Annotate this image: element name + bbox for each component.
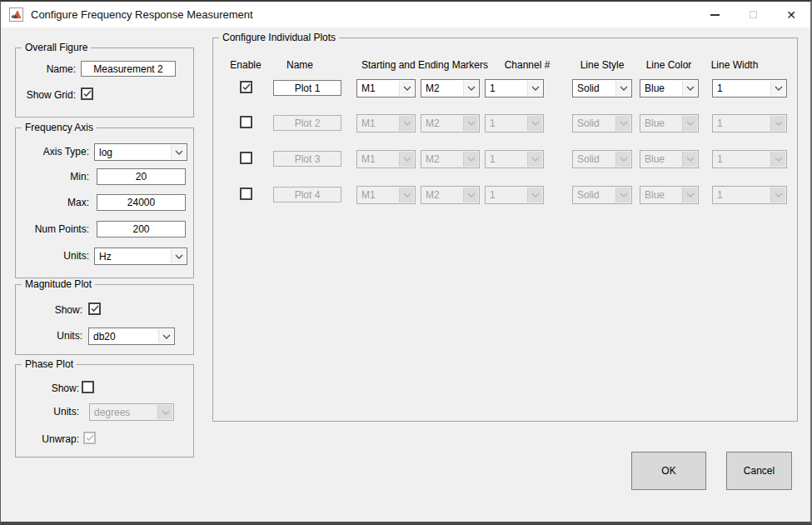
window-controls: ✕ xyxy=(695,2,810,28)
freq-units-label: Units: xyxy=(17,250,89,262)
chevron-down-icon xyxy=(157,405,172,419)
plot-row-4: M1 M2 1 Solid Blue xyxy=(213,186,797,206)
close-icon: ✕ xyxy=(786,9,796,21)
row1-line-width-dropdown[interactable]: 1 xyxy=(712,79,787,98)
maximize-button xyxy=(734,2,772,28)
minimize-button[interactable] xyxy=(695,2,734,28)
row4-line-color-dropdown: Blue xyxy=(640,186,699,204)
show-grid-checkbox[interactable] xyxy=(81,88,93,100)
figure-name-field[interactable] xyxy=(81,61,176,77)
header-channel: Channel # xyxy=(505,59,550,71)
row4-channel-dropdown: 1 xyxy=(485,186,544,204)
row3-end-marker-dropdown: M2 xyxy=(421,150,480,168)
chevron-down-icon xyxy=(615,81,630,96)
phase-units-dropdown: degrees xyxy=(89,403,174,421)
min-label: Min: xyxy=(17,171,89,182)
row4-name-field xyxy=(273,187,341,202)
row2-line-style-dropdown: Solid xyxy=(572,114,632,132)
plot-row-1: M1 M2 1 Solid Blue xyxy=(213,79,797,99)
ok-button[interactable]: OK xyxy=(631,452,706,490)
row3-line-color-dropdown: Blue xyxy=(640,150,699,168)
panel-individual-plots: Configure Individual Plots Enable Name S… xyxy=(212,38,798,422)
row1-end-marker-dropdown[interactable]: M2 xyxy=(421,79,480,98)
mag-show-checkbox[interactable] xyxy=(88,302,101,315)
panel-title-magnitude-plot: Magnitude Plot xyxy=(22,278,95,290)
chevron-down-icon xyxy=(158,329,173,343)
panel-title-frequency-axis: Frequency Axis xyxy=(22,122,97,133)
row4-enable-checkbox[interactable] xyxy=(240,188,252,200)
row2-enable-checkbox[interactable] xyxy=(240,116,252,128)
freq-units-dropdown[interactable]: Hz xyxy=(94,248,187,265)
header-markers: Starting and Ending Markers xyxy=(361,59,488,71)
matlab-logo-icon xyxy=(9,8,23,22)
row1-line-style-dropdown[interactable]: Solid xyxy=(572,79,632,98)
row1-name-field[interactable] xyxy=(273,80,341,96)
panel-title-individual-plots: Configure Individual Plots xyxy=(219,32,339,43)
panel-overall-figure: Overall Figure Name: Show Grid: xyxy=(15,48,194,118)
row3-enable-checkbox[interactable] xyxy=(240,152,252,164)
row4-end-marker-dropdown: M2 xyxy=(421,186,480,204)
panel-frequency-axis: Frequency Axis Axis Type: log Min: Max: … xyxy=(15,128,194,278)
row2-end-marker-dropdown: M2 xyxy=(421,114,480,132)
phase-units-label: Units: xyxy=(17,406,79,418)
maximize-icon xyxy=(750,11,757,18)
mag-show-label: Show: xyxy=(17,304,82,316)
chevron-down-icon xyxy=(682,188,697,202)
row4-line-width-dropdown: 1 xyxy=(712,186,787,204)
axis-type-dropdown[interactable]: log xyxy=(94,143,187,161)
chevron-down-icon xyxy=(171,249,186,263)
dialog-content: Overall Figure Name: Show Grid: Frequenc… xyxy=(1,28,810,522)
minimize-icon xyxy=(710,14,720,16)
num-points-field[interactable] xyxy=(97,221,186,238)
row3-line-style-dropdown: Solid xyxy=(572,150,632,168)
min-field[interactable] xyxy=(97,168,186,185)
show-grid-label: Show Grid: xyxy=(21,89,76,101)
header-line-width: Line Width xyxy=(711,59,759,71)
title-bar: Configure Frequency Response Measurement… xyxy=(1,2,810,28)
panel-title-overall-figure: Overall Figure xyxy=(22,42,91,53)
header-name: Name xyxy=(286,59,313,71)
close-button[interactable]: ✕ xyxy=(772,2,810,28)
chevron-down-icon xyxy=(770,152,785,167)
chevron-down-icon xyxy=(770,188,785,202)
phase-show-label: Show: xyxy=(17,382,79,394)
row1-channel-dropdown[interactable]: 1 xyxy=(485,79,544,98)
chevron-down-icon xyxy=(399,152,414,167)
num-points-label: Num Points: xyxy=(17,223,89,235)
header-line-style: Line Style xyxy=(580,59,625,71)
row2-name-field xyxy=(273,115,341,131)
mag-units-dropdown[interactable]: db20 xyxy=(88,328,175,345)
row3-start-marker-dropdown: M1 xyxy=(356,150,416,168)
row2-channel-dropdown: 1 xyxy=(485,114,544,132)
row4-start-marker-dropdown: M1 xyxy=(356,186,416,204)
chevron-down-icon xyxy=(171,145,186,159)
plot-row-2: M1 M2 1 Solid Blue xyxy=(213,114,797,134)
row1-enable-checkbox[interactable] xyxy=(240,81,252,93)
chevron-down-icon xyxy=(527,81,542,96)
header-enable: Enable xyxy=(230,59,261,71)
chevron-down-icon xyxy=(463,152,478,167)
chevron-down-icon xyxy=(682,81,697,96)
chevron-down-icon xyxy=(615,152,630,167)
window-title: Configure Frequency Response Measurement xyxy=(31,8,253,21)
max-field[interactable] xyxy=(97,194,186,211)
unwrap-label: Unwrap: xyxy=(17,433,79,445)
panel-title-phase-plot: Phase Plot xyxy=(22,358,77,370)
row1-line-color-dropdown[interactable]: Blue xyxy=(640,79,699,98)
plot-row-3: M1 M2 1 Solid Blue xyxy=(213,150,797,170)
row4-line-style-dropdown: Solid xyxy=(572,186,632,204)
mag-units-label: Units: xyxy=(17,330,82,342)
chevron-down-icon xyxy=(463,188,478,202)
phase-show-checkbox[interactable] xyxy=(82,381,94,393)
cancel-button[interactable]: Cancel xyxy=(726,452,792,490)
row3-line-width-dropdown: 1 xyxy=(712,150,787,168)
chevron-down-icon xyxy=(527,188,542,202)
chevron-down-icon xyxy=(399,81,414,96)
chevron-down-icon xyxy=(615,188,630,202)
chevron-down-icon xyxy=(682,152,697,167)
name-label: Name: xyxy=(21,63,76,75)
unwrap-checkbox xyxy=(83,432,96,444)
axis-type-label: Axis Type: xyxy=(17,146,89,158)
row1-start-marker-dropdown[interactable]: M1 xyxy=(356,79,416,98)
row2-line-width-dropdown: 1 xyxy=(712,114,787,132)
